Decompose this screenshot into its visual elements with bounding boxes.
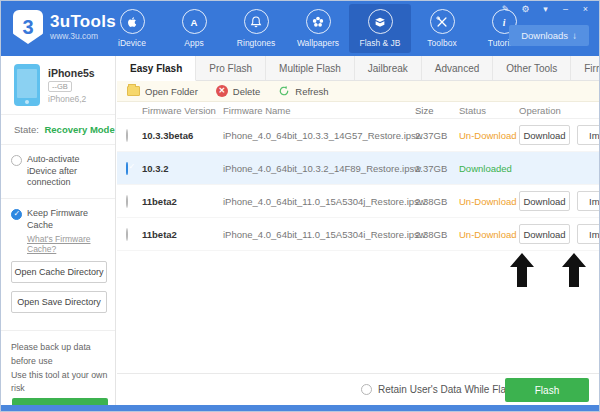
table-row[interactable]: 10.3.3beta6iPhone_4.0_64bit_10.3.3_14G57…	[117, 119, 599, 152]
retain-data-radio[interactable]	[361, 384, 372, 395]
nav-item-ringtones[interactable]: Ringtones	[225, 4, 287, 53]
table-row[interactable]: 11beta2iPhone_4.0_64bit_11.0_15A5304j_Re…	[117, 185, 599, 218]
main-panel: Easy FlashPro FlashMultiple FlashJailbre…	[117, 56, 599, 405]
firmware-name: iPhone_4.0_64bit_11.0_15A5304j_Restore.i…	[223, 196, 415, 207]
device-info: iPhone5s --GB iPhone6,2	[1, 56, 115, 115]
sidebar: iPhone5s --GB iPhone6,2 State: Recovery …	[1, 56, 116, 405]
nav-label: iDevice	[118, 38, 146, 48]
folder-icon	[127, 86, 140, 96]
downloads-button[interactable]: Downloads ↓	[509, 25, 589, 46]
firmware-version: 11beta2	[142, 196, 223, 207]
status-badge: Un-Download	[459, 196, 519, 207]
firmware-size: 2.38GB	[415, 229, 459, 240]
footer-bar: Retain User's Data While Flashing Flash	[117, 373, 599, 405]
window-controls: ✎⚙▾–×	[500, 4, 591, 14]
toolbar: Open Folder ✕ Delete Refresh	[117, 81, 599, 102]
open-cache-directory-button[interactable]: Open Cache Directory	[11, 261, 107, 283]
col-status: Status	[459, 105, 519, 116]
backup-warning-text: Please back up data before use Use this …	[1, 331, 115, 412]
flash-button[interactable]: Flash	[505, 378, 589, 402]
download-button[interactable]: Download	[519, 224, 570, 244]
svg-text:A: A	[191, 16, 198, 27]
row-select-radio[interactable]	[126, 162, 128, 175]
firmware-size: 2.38GB	[415, 196, 459, 207]
firmware-size: 2.37GB	[415, 130, 459, 141]
import-button[interactable]: Import	[577, 224, 600, 244]
tab-jailbreak[interactable]: Jailbreak	[355, 56, 422, 80]
theme-icon[interactable]: ✎	[500, 4, 511, 14]
col-firmware-name: Firmware Name	[223, 105, 415, 116]
firmware-version: 11beta2	[142, 229, 223, 240]
nav-item-wallpapers[interactable]: Wallpapers	[287, 4, 349, 53]
download-button[interactable]: Download	[519, 125, 570, 145]
nav-item-flash-jb[interactable]: Flash & JB	[349, 4, 411, 53]
download-arrow-icon: ↓	[572, 30, 577, 41]
tab-multiple-flash[interactable]: Multiple Flash	[266, 56, 355, 80]
close-icon[interactable]: ×	[580, 4, 591, 14]
tab-other-tools[interactable]: Other Tools	[493, 56, 571, 80]
refresh-button[interactable]: Refresh	[278, 85, 328, 97]
firmware-table: 10.3.3beta6iPhone_4.0_64bit_10.3.3_14G57…	[117, 119, 599, 251]
iphone-icon	[14, 64, 40, 106]
col-operation: Operation	[519, 105, 599, 116]
bell-icon	[244, 9, 269, 34]
firmware-name: iPhone_4.0_64bit_10.3.3_14G57_Restore.ip…	[223, 130, 415, 141]
status-badge: Downloaded	[459, 163, 519, 174]
open-save-directory-button[interactable]: Open Save Directory	[11, 291, 107, 313]
status-badge: Un-Download	[459, 130, 519, 141]
row-select-radio[interactable]	[126, 228, 128, 241]
delete-button[interactable]: ✕ Delete	[216, 85, 260, 97]
tab-pro-flash[interactable]: Pro Flash	[196, 56, 266, 80]
flower-icon	[306, 9, 331, 34]
col-firmware-version: Firmware Version	[142, 105, 223, 116]
device-state: State: Recovery Mode	[1, 115, 115, 145]
window-bottom-accent	[1, 405, 599, 411]
import-button[interactable]: Import	[577, 191, 600, 211]
tab-easy-flash[interactable]: Easy Flash	[117, 56, 196, 81]
whats-firmware-cache-link[interactable]: What's Firmware Cache?	[27, 234, 107, 254]
download-button[interactable]: Download	[519, 191, 570, 211]
delete-icon: ✕	[216, 85, 228, 97]
minimize-icon[interactable]: –	[560, 4, 571, 14]
open-folder-button[interactable]: Open Folder	[127, 86, 198, 97]
nav-label: Wallpapers	[297, 38, 339, 48]
keep-cache-radio[interactable]	[11, 209, 22, 220]
app-window: 3 3uTools www.3u.com iDeviceAAppsRington…	[0, 0, 600, 412]
nav-label: Flash & JB	[359, 38, 400, 48]
nav-label: Apps	[184, 38, 203, 48]
firmware-version: 10.3.3beta6	[142, 130, 223, 141]
keep-cache-option[interactable]: Keep Firmware Cache	[11, 208, 107, 231]
device-model: iPhone6,2	[48, 94, 95, 104]
apple-icon	[120, 9, 145, 34]
col-size: Size	[415, 105, 459, 116]
auto-activate-option[interactable]: Auto-activate iDevice after connection	[11, 154, 107, 189]
arrow-to-download-button	[509, 253, 535, 287]
nav-item-idevice[interactable]: iDevice	[101, 4, 163, 53]
arrow-to-import-button	[561, 253, 587, 287]
appstore-icon: A	[182, 9, 207, 34]
state-value: Recovery Mode	[44, 124, 114, 135]
tab-advanced[interactable]: Advanced	[422, 56, 493, 80]
svg-text:i: i	[503, 16, 506, 27]
firmware-name: iPhone_4.0_64bit_11.0_15A5304i_Restore.i…	[223, 229, 415, 240]
import-button[interactable]: Import	[577, 125, 600, 145]
nav-item-apps[interactable]: AApps	[163, 4, 225, 53]
settings-icon[interactable]: ⚙	[520, 4, 531, 14]
firmware-version: 10.3.2	[142, 163, 223, 174]
table-row[interactable]: 10.3.2iPhone_4.0_64bit_10.3.2_14F89_Rest…	[117, 152, 599, 185]
row-select-radio[interactable]	[126, 129, 128, 142]
auto-activate-radio[interactable]	[11, 155, 22, 166]
menu-icon[interactable]: ▾	[540, 4, 551, 14]
tab-firmwares[interactable]: Firmwares	[571, 56, 600, 80]
status-badge: Un-Download	[459, 229, 519, 240]
state-label: State:	[14, 124, 39, 135]
header-bar: 3 3uTools www.3u.com iDeviceAAppsRington…	[1, 1, 599, 56]
row-select-radio[interactable]	[126, 195, 128, 208]
firmware-size: 2.37GB	[415, 163, 459, 174]
table-row[interactable]: 11beta2iPhone_4.0_64bit_11.0_15A5304i_Re…	[117, 218, 599, 251]
keep-cache-label: Keep Firmware Cache	[27, 208, 107, 231]
main-nav: iDeviceAAppsRingtonesWallpapersFlash & J…	[101, 4, 535, 53]
nav-item-toolbox[interactable]: Toolbox	[411, 4, 473, 53]
refresh-icon	[278, 85, 290, 97]
nav-label: Ringtones	[237, 38, 275, 48]
